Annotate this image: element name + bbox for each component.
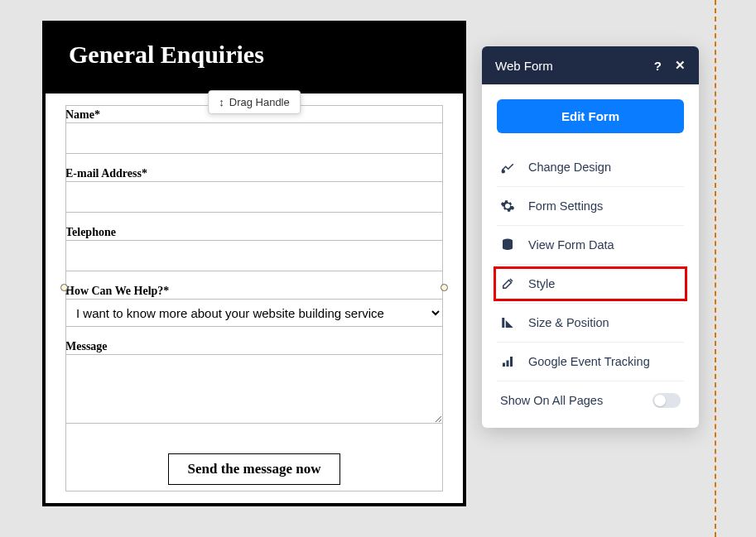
help-icon[interactable]: ? [654, 59, 662, 73]
panel-item-label: Change Design [528, 161, 611, 174]
panel-item-label: View Form Data [528, 238, 614, 252]
selection-handle-left[interactable] [60, 284, 68, 291]
name-input[interactable] [65, 122, 443, 154]
svg-rect-2 [503, 363, 505, 367]
web-form-widget[interactable]: General Enquiries ↕ Drag Handle Name* E-… [42, 21, 466, 506]
submit-wrap: Send the message now [65, 440, 443, 488]
drag-handle[interactable]: ↕ Drag Handle [208, 90, 301, 114]
email-label: E-mail Address* [65, 167, 443, 180]
panel-title: Web Form [495, 59, 553, 73]
svg-rect-4 [510, 357, 513, 367]
help-label: How Can We Help?* [65, 285, 443, 298]
close-icon[interactable]: ✕ [675, 58, 686, 73]
help-select[interactable]: I want to know more about your website b… [65, 299, 443, 327]
vertical-guide-line [715, 0, 716, 537]
field-telephone: Telephone [65, 226, 443, 271]
settings-panel: Web Form ? ✕ Edit Form Change Design For… [482, 46, 699, 428]
ruler-icon [500, 315, 515, 330]
gear-icon [500, 199, 515, 213]
field-help: How Can We Help?* I want to know more ab… [65, 285, 443, 327]
panel-header: Web Form ? ✕ [482, 46, 699, 84]
telephone-input[interactable] [65, 240, 443, 271]
brush-icon [500, 276, 515, 291]
svg-rect-3 [507, 361, 509, 367]
database-icon [500, 237, 515, 252]
panel-footer: Show On All Pages [497, 381, 684, 421]
panel-item-form-settings[interactable]: Form Settings [497, 186, 684, 225]
svg-point-0 [502, 170, 504, 173]
form-body: ↕ Drag Handle Name* E-mail Address* Tele… [46, 93, 463, 503]
drag-handle-icon: ↕ [219, 96, 224, 108]
selection-handle-right[interactable] [441, 284, 448, 291]
highlight-box [494, 266, 687, 301]
toggle-knob [654, 395, 666, 406]
panel-item-label: Style [528, 277, 555, 290]
panel-item-size-position[interactable]: Size & Position [497, 303, 684, 342]
panel-item-label: Google Event Tracking [528, 355, 650, 368]
design-icon [500, 160, 515, 175]
message-label: Message [65, 340, 443, 353]
message-textarea[interactable] [65, 354, 443, 424]
panel-item-label: Size & Position [528, 316, 609, 329]
field-name: Name* [65, 108, 443, 154]
show-on-label: Show On All Pages [500, 394, 603, 407]
panel-item-style[interactable]: Style [497, 264, 684, 303]
panel-item-google-event-tracking[interactable]: Google Event Tracking [497, 342, 684, 381]
field-message: Message [65, 340, 443, 427]
submit-button[interactable]: Send the message now [168, 453, 339, 485]
drag-handle-label: Drag Handle [229, 96, 290, 108]
analytics-icon [500, 354, 515, 369]
telephone-label: Telephone [65, 226, 443, 239]
panel-body: Edit Form Change Design Form Settings Vi… [482, 84, 699, 428]
panel-item-change-design[interactable]: Change Design [497, 148, 684, 186]
panel-item-view-form-data[interactable]: View Form Data [497, 225, 684, 264]
form-title: General Enquiries [46, 24, 463, 93]
show-on-toggle[interactable] [652, 393, 681, 408]
email-input[interactable] [65, 181, 443, 213]
edit-form-button[interactable]: Edit Form [497, 99, 684, 133]
field-email: E-mail Address* [65, 167, 443, 213]
panel-item-label: Form Settings [528, 199, 603, 213]
